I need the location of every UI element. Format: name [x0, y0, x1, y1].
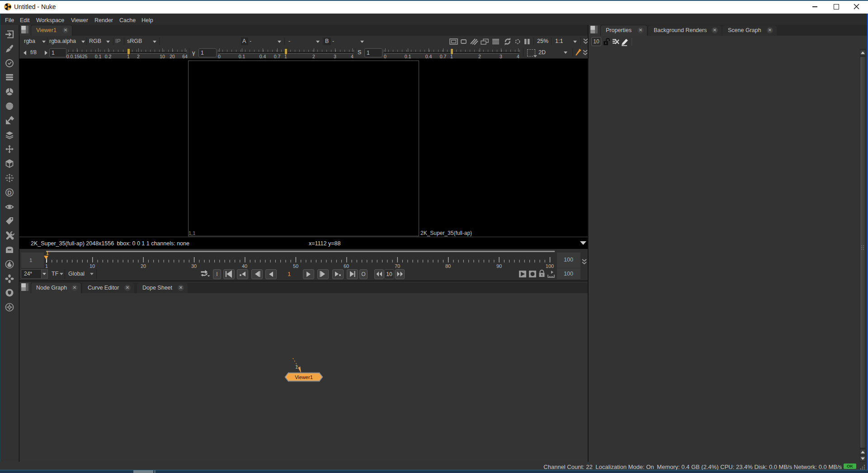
svg-text:D: D [7, 189, 11, 196]
svg-text:O: O [361, 271, 365, 277]
svg-text:Viewer1: Viewer1 [295, 375, 313, 380]
svg-text:I: I [216, 271, 217, 277]
